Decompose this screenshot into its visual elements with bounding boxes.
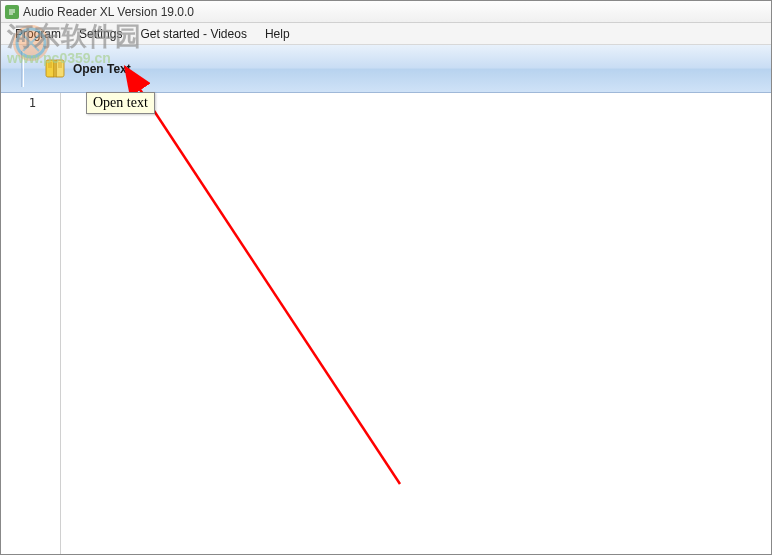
toolbar-separator: [21, 51, 24, 87]
line-gutter: 1: [1, 93, 61, 554]
menubar: Program Settings Get started - Videos He…: [1, 23, 771, 45]
titlebar: Audio Reader XL Version 19.0.0: [1, 1, 771, 23]
window-title: Audio Reader XL Version 19.0.0: [23, 5, 194, 19]
menu-help[interactable]: Help: [257, 25, 298, 43]
menu-settings[interactable]: Settings: [71, 25, 130, 43]
menu-program[interactable]: Program: [7, 25, 69, 43]
menu-get-started[interactable]: Get started - Videos: [132, 25, 255, 43]
text-editor[interactable]: [61, 93, 771, 554]
toolbar: Open Text: [1, 45, 771, 93]
book-icon: [43, 57, 67, 81]
open-text-button[interactable]: Open Text: [34, 52, 140, 86]
app-icon: [5, 5, 19, 19]
content-area: 1: [1, 93, 771, 554]
line-number: 1: [1, 96, 36, 110]
tooltip: Open text: [86, 92, 155, 114]
open-text-label: Open Text: [73, 62, 131, 76]
